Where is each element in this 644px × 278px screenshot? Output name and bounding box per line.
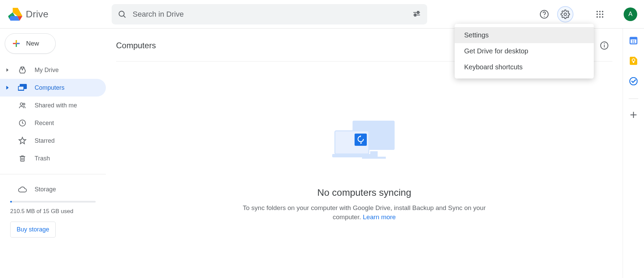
page-title: Computers (116, 41, 156, 50)
nav-label: Computers (35, 84, 64, 91)
nav-item-shared[interactable]: Shared with me (0, 97, 106, 114)
my-drive-icon (18, 66, 27, 74)
tasks-app[interactable] (629, 77, 638, 86)
nav-item-recent[interactable]: Recent (0, 114, 106, 132)
nav-label: Storage (35, 186, 56, 193)
svg-rect-42 (633, 62, 634, 63)
svg-rect-26 (21, 157, 24, 161)
nav-item-storage[interactable]: Storage (0, 182, 106, 197)
svg-point-0 (119, 11, 124, 16)
keep-app[interactable] (629, 56, 638, 65)
computers-illustration-icon (332, 119, 397, 160)
product-name: Drive (26, 9, 49, 20)
calendar-app[interactable]: 31 (629, 36, 638, 45)
logo[interactable]: Drive (8, 8, 112, 21)
svg-point-11 (596, 11, 598, 12)
svg-text:31: 31 (631, 40, 636, 44)
svg-rect-37 (355, 134, 367, 146)
info-icon (600, 41, 609, 50)
empty-description: To sync folders on your computer with Go… (242, 204, 487, 222)
search-input[interactable] (133, 10, 406, 19)
svg-point-10 (564, 13, 566, 15)
shared-icon (18, 102, 27, 109)
computers-icon (18, 84, 27, 91)
menu-item-keyboard-shortcuts[interactable]: Keyboard shortcuts (455, 59, 594, 75)
nav-item-my-drive[interactable]: My Drive (0, 61, 106, 79)
star-icon (18, 137, 27, 145)
search-icon (118, 10, 127, 19)
svg-rect-36 (332, 154, 372, 157)
svg-point-17 (596, 16, 598, 17)
apps-grid-icon (596, 10, 604, 18)
buy-storage-button[interactable]: Buy storage (10, 222, 56, 238)
support-button[interactable] (536, 6, 552, 22)
plus-icon (11, 38, 21, 49)
cloud-icon (18, 186, 27, 193)
settings-menu: Settings Get Drive for desktop Keyboard … (455, 24, 594, 79)
empty-title: No computers syncing (317, 187, 411, 198)
svg-point-19 (602, 16, 603, 17)
new-button[interactable]: New (5, 33, 56, 54)
tasks-icon (629, 77, 638, 85)
search-options-icon[interactable] (412, 10, 421, 19)
menu-item-settings[interactable]: Settings (455, 27, 594, 43)
svg-point-9 (544, 16, 545, 17)
menu-item-drive-desktop[interactable]: Get Drive for desktop (455, 43, 594, 59)
nav-label: Recent (35, 120, 54, 127)
nav-item-starred[interactable]: Starred (0, 132, 106, 150)
account-avatar[interactable]: A (624, 7, 637, 21)
svg-point-23 (20, 103, 23, 105)
gear-icon (561, 10, 570, 19)
search-bar[interactable] (112, 4, 427, 24)
nav-item-computers[interactable]: Computers (0, 79, 106, 97)
chevron-right-icon (5, 86, 10, 89)
storage-usage-text: 210.5 MB of 15 GB used (10, 208, 106, 215)
svg-point-12 (599, 11, 601, 12)
svg-line-1 (124, 16, 125, 17)
sidebar: New My Drive Computers Shared with me (0, 29, 106, 278)
header-actions: A (536, 6, 637, 22)
nav-label: Starred (35, 137, 55, 144)
svg-point-15 (599, 13, 601, 15)
header: Drive (0, 0, 644, 29)
svg-point-31 (604, 43, 605, 44)
nav-item-trash[interactable]: Trash (0, 150, 106, 167)
side-panel-divider (629, 99, 638, 99)
nav: My Drive Computers Shared with me Recent (0, 61, 106, 238)
new-button-label: New (26, 40, 39, 47)
nav-label: Trash (35, 155, 50, 162)
empty-state: No computers syncing To sync folders on … (116, 119, 612, 222)
svg-point-16 (602, 13, 603, 15)
settings-button[interactable] (557, 6, 573, 22)
chevron-right-icon (5, 68, 10, 72)
help-icon (539, 10, 549, 19)
details-button[interactable] (596, 37, 612, 54)
clock-icon (18, 119, 27, 127)
svg-rect-21 (18, 86, 24, 90)
trash-icon (18, 154, 27, 162)
add-addons-button[interactable] (629, 110, 638, 119)
storage-progress (10, 201, 96, 203)
svg-point-13 (602, 11, 603, 12)
nav-label: Shared with me (35, 102, 77, 109)
calendar-icon: 31 (629, 36, 638, 45)
nav-label: My Drive (35, 67, 59, 74)
svg-point-24 (23, 103, 25, 105)
drive-logo-icon (8, 8, 22, 21)
svg-point-14 (596, 13, 598, 15)
side-panel: 31 (623, 29, 644, 278)
apps-button[interactable] (592, 6, 608, 22)
svg-rect-39 (630, 37, 637, 39)
plus-icon (630, 111, 637, 119)
svg-point-18 (599, 16, 601, 17)
learn-more-link[interactable]: Learn more (363, 213, 396, 221)
keep-icon (630, 57, 637, 65)
